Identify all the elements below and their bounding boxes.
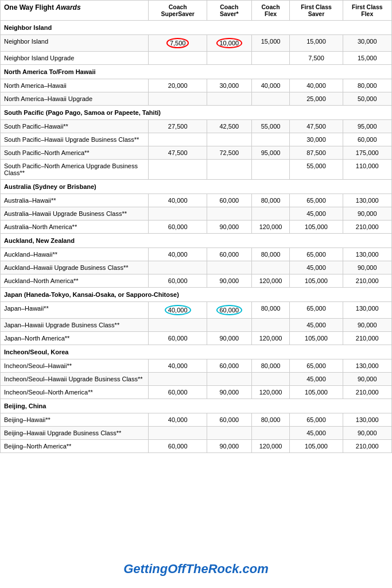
cell-value: 80,000 [251,194,290,207]
watermark: GettingOffTheRock.com [123,562,269,577]
table-row: Japan–Hawaii**40,00060,00080,00065,00013… [1,302,392,319]
col-first-flex: First Class Flex [343,1,392,21]
cell-value: 30,000 [207,79,251,92]
cell-value: 7,500 [290,52,343,65]
route-name: South Pacific–Hawaii Upgrade Business Cl… [1,133,149,146]
cell-value: 80,000 [251,248,290,261]
route-name: Japan–North America** [1,332,149,345]
cell-value: 60,000 [207,194,251,207]
cell-value: 120,000 [251,386,290,399]
cell-value: 120,000 [251,440,290,453]
cell-value: 60,000 [207,302,251,319]
table-row: South Pacific–North America**47,50072,50… [1,146,392,160]
cell-value: 90,000 [343,207,392,220]
route-name: Neighbor Island Upgrade [1,52,149,65]
cell-value: 47,500 [290,120,343,133]
cell-value [149,160,207,180]
cell-value: 130,000 [343,302,392,319]
cell-value [251,261,290,274]
cell-value: 90,000 [343,319,392,332]
cell-value: 40,000 [149,413,207,427]
cell-value: 130,000 [343,194,392,207]
route-name: Beijing–North America** [1,440,149,453]
col-first-saver: First Class Saver [290,1,343,21]
cell-value [207,160,251,180]
cell-value: 60,000 [207,359,251,373]
cell-value [251,319,290,332]
cell-value: 30,000 [343,35,392,52]
col-coach-saver: Coach Saver* [207,1,251,21]
cell-value: 40,000 [149,302,207,319]
cell-value: 175,000 [343,146,392,160]
cell-value: 110,000 [343,160,392,180]
cell-value: 7,500 [149,35,207,52]
cell-value: 65,000 [290,194,343,207]
cell-value: 40,000 [251,79,290,92]
cell-value: 50,000 [343,92,392,106]
section-header: Auckland, New Zealand [1,234,392,248]
cell-value [251,92,290,106]
col-coach-supersaver: Coach SuperSaver [149,1,207,21]
route-name: Incheon/Seoul–Hawaii** [1,359,149,373]
cell-value: 60,000 [149,440,207,453]
cell-value: 120,000 [251,274,290,288]
table-row: Incheon/Seoul–Hawaii Upgrade Business Cl… [1,373,392,386]
cell-value: 42,500 [207,120,251,133]
cell-value: 210,000 [343,440,392,453]
cell-value [207,207,251,220]
cell-value: 90,000 [207,440,251,453]
cell-value: 80,000 [343,79,392,92]
cell-value: 40,000 [290,79,343,92]
table-row: Beijing–Hawaii**40,00060,00080,00065,000… [1,413,392,427]
cell-value [149,319,207,332]
cell-value: 130,000 [343,359,392,373]
cell-value: 72,500 [207,146,251,160]
table-row: Auckland–Hawaii**40,00060,00080,00065,00… [1,248,392,261]
awards-table: One Way Flight Awards Coach SuperSaver C… [0,0,392,453]
table-row: South Pacific–North America Upgrade Busi… [1,160,392,180]
table-row: Beijing–North America**60,00090,000120,0… [1,440,392,453]
cell-value: 60,000 [149,274,207,288]
table-row: Beijing–Hawaii Upgrade Business Class**4… [1,427,392,440]
cell-value: 130,000 [343,248,392,261]
cell-value [251,133,290,146]
cell-value: 105,000 [290,440,343,453]
cell-value: 65,000 [290,413,343,427]
table-row: North America–Hawaii20,00030,00040,00040… [1,79,392,92]
table-row: Auckland–North America**60,00090,000120,… [1,274,392,288]
cell-value [251,373,290,386]
cell-value [207,373,251,386]
route-name: Incheon/Seoul–Hawaii Upgrade Business Cl… [1,373,149,386]
route-name: Incheon/Seoul–North America** [1,386,149,399]
route-name: Auckland–North America** [1,274,149,288]
cell-value: 90,000 [207,332,251,345]
cell-value: 60,000 [343,133,392,146]
cell-value: 27,500 [149,120,207,133]
cell-value [207,52,251,65]
route-name: Australia–Hawaii** [1,194,149,207]
cell-value: 90,000 [207,220,251,234]
route-name: Neighbor Island [1,35,149,52]
cell-value: 45,000 [290,261,343,274]
cell-value [149,133,207,146]
col-coach-flex: Coach Flex [251,1,290,21]
cell-value: 95,000 [343,120,392,133]
section-header: Japan (Haneda-Tokyo, Kansai-Osaka, or Sa… [1,288,392,302]
cell-value [149,52,207,65]
cell-value: 105,000 [290,220,343,234]
table-title: One Way Flight Awards [1,1,149,21]
cell-value: 45,000 [290,319,343,332]
table-row: Incheon/Seoul–North America**60,00090,00… [1,386,392,399]
cell-value: 210,000 [343,220,392,234]
table-row: Neighbor Island7,50010,00015,00015,00030… [1,35,392,52]
cell-value: 15,000 [343,52,392,65]
route-name: North America–Hawaii Upgrade [1,92,149,106]
cell-value: 90,000 [207,274,251,288]
cell-value: 130,000 [343,413,392,427]
cell-value: 10,000 [207,35,251,52]
route-name: Beijing–Hawaii** [1,413,149,427]
section-header: North America To/From Hawaii [1,65,392,79]
cell-value: 90,000 [343,373,392,386]
table-row: Australia–Hawaii**40,00060,00080,00065,0… [1,194,392,207]
cell-value [251,427,290,440]
